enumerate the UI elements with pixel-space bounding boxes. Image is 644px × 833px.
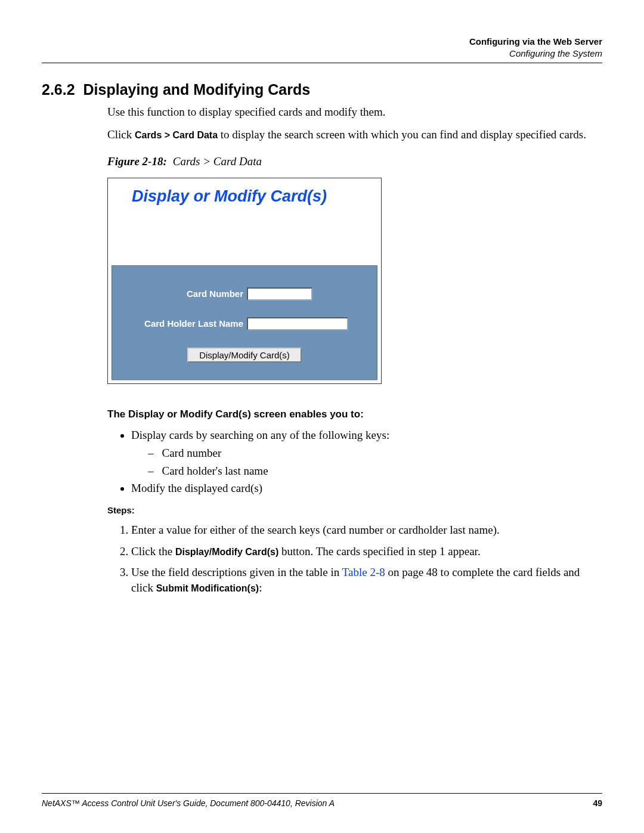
subheading-enables: The Display or Modify Card(s) screen ena… — [107, 408, 602, 422]
intro-paragraph-1: Use this function to display specified c… — [107, 104, 602, 120]
input-last-name[interactable] — [247, 317, 348, 330]
label-card-number: Card Number — [118, 288, 247, 300]
footer-doc-title: NetAXS™ Access Control Unit User's Guide… — [42, 798, 335, 808]
row-last-name: Card Holder Last Name — [118, 317, 371, 330]
step-3: Use the field descriptions given in the … — [131, 565, 602, 595]
footer-rule — [42, 793, 602, 794]
header-section: Configuring the System — [42, 48, 602, 60]
steps-label: Steps: — [107, 504, 602, 516]
screenshot-title: Display or Modify Card(s) — [108, 178, 381, 212]
input-card-number[interactable] — [247, 287, 312, 301]
row-card-number: Card Number — [118, 287, 371, 301]
list-item: Card holder's last name — [148, 463, 602, 479]
section-number: 2.6.2 — [42, 81, 75, 98]
figure-label: Figure 2-18: — [107, 155, 167, 168]
section-heading: 2.6.2 Displaying and Modifying Cards — [42, 81, 602, 98]
page-footer: NetAXS™ Access Control Unit User's Guide… — [42, 793, 602, 808]
label-last-name: Card Holder Last Name — [118, 318, 247, 330]
page-header: Configuring via the Web Server Configuri… — [42, 36, 602, 59]
form-panel: Card Number Card Holder Last Name Displa… — [112, 265, 377, 380]
screenshot-display-modify-cards: Display or Modify Card(s) Card Number Ca… — [107, 178, 382, 384]
steps-list: Enter a value for either of the search k… — [107, 522, 602, 596]
step-2: Click the Display/Modify Card(s) button.… — [131, 544, 602, 559]
enables-list: Display cards by searching on any of the… — [107, 428, 602, 496]
intro-paragraph-2: Click Cards > Card Data to display the s… — [107, 127, 602, 143]
section-title: Displaying and Modifying Cards — [83, 81, 311, 98]
list-item: Display cards by searching on any of the… — [131, 428, 602, 478]
header-chapter: Configuring via the Web Server — [42, 36, 602, 48]
table-2-8-link[interactable]: Table 2-8 — [342, 566, 385, 578]
step-1: Enter a value for either of the search k… — [131, 522, 602, 538]
list-item: Modify the displayed card(s) — [131, 481, 602, 496]
footer-page-number: 49 — [593, 798, 602, 808]
figure-caption: Figure 2-18:Cards > Card Data — [107, 154, 602, 169]
menu-path: Cards > Card Data — [135, 130, 218, 140]
figure-caption-text: Cards > Card Data — [173, 155, 262, 168]
list-item: Card number — [148, 445, 602, 461]
display-modify-cards-button[interactable]: Display/Modify Card(s) — [187, 348, 302, 363]
header-rule — [42, 63, 602, 63]
